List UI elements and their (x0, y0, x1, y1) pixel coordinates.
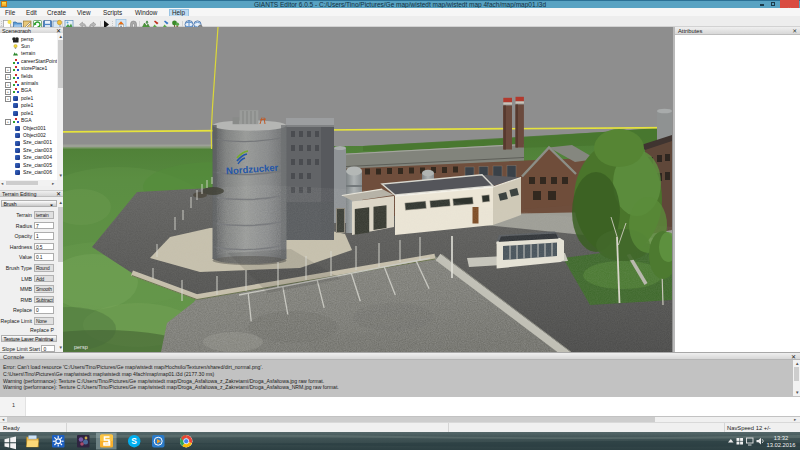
svg-text:S: S (131, 436, 137, 446)
svg-text:persp: persp (74, 344, 88, 350)
svg-text:13.02.2016: 13.02.2016 (766, 442, 795, 448)
svg-text:13:32: 13:32 (774, 435, 789, 441)
